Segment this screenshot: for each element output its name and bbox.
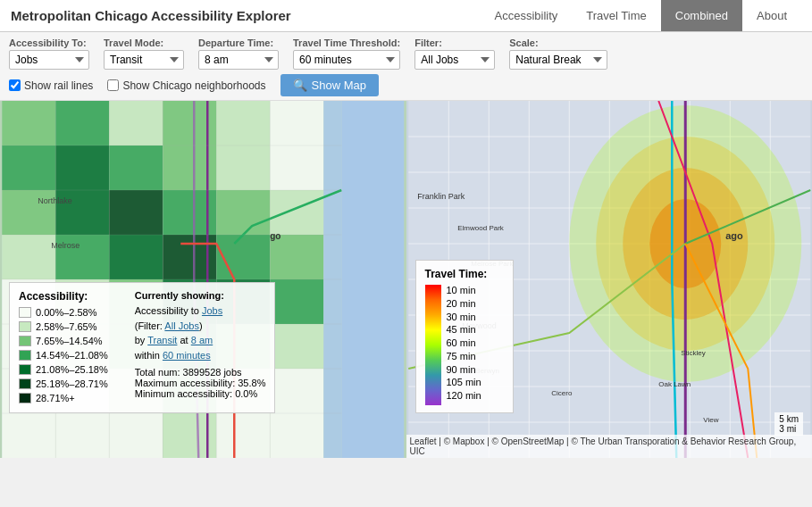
svg-text:ago: ago — [725, 230, 743, 241]
svg-rect-52 — [55, 413, 109, 458]
swatch-3 — [19, 336, 31, 346]
swatch-1 — [19, 307, 31, 318]
legend-row-7: 28.71%+ — [19, 393, 108, 403]
svg-rect-3 — [55, 101, 109, 145]
currently-showing-title: Currently showing: — [135, 290, 266, 301]
legend-range-2: 2.58%–7.65% — [36, 321, 97, 332]
svg-rect-7 — [270, 101, 323, 145]
currently-showing-text: Accessibility to Jobs (Filter: All Jobs)… — [135, 303, 266, 362]
travel-label-60: 60 min — [447, 337, 481, 348]
svg-rect-4 — [109, 101, 163, 145]
travel-time-legend: Travel Time: — [415, 260, 514, 413]
svg-text:Northlake: Northlake — [38, 196, 72, 205]
scale-bar: 5 km 3 mi — [774, 412, 803, 436]
legend-row-6: 25.18%–28.71% — [19, 378, 108, 389]
legend-row-2: 2.58%–7.65% — [19, 321, 108, 332]
svg-rect-11 — [109, 145, 163, 190]
svg-rect-36 — [323, 279, 341, 324]
scale-5km: 5 km — [779, 414, 799, 424]
legend-row-4: 14.54%–21.08% — [19, 350, 108, 361]
filter-select[interactable]: All Jobs Healthcare Retail — [414, 50, 495, 70]
app-title: Metropolitan Chicago Accessibility Explo… — [11, 8, 481, 23]
show-rail-lines-checkbox[interactable] — [9, 79, 21, 91]
svg-rect-27 — [216, 235, 270, 279]
legend-range-7: 28.71%+ — [36, 393, 75, 403]
svg-rect-51 — [2, 413, 55, 458]
svg-rect-42 — [270, 324, 323, 369]
svg-rect-57 — [323, 413, 341, 458]
svg-text:Melrose: Melrose — [51, 241, 80, 250]
stats-panel: Total num: 3899528 jobs Maximum accessib… — [135, 367, 266, 399]
threshold-link[interactable]: 60 minutes — [163, 350, 211, 361]
swatch-6 — [19, 378, 31, 389]
svg-rect-6 — [216, 101, 270, 145]
svg-rect-14 — [270, 145, 323, 190]
svg-rect-53 — [109, 413, 163, 458]
scale-group: Scale: Natural Break Equal Interval Quan… — [509, 37, 607, 70]
filter-group: Filter: All Jobs Healthcare Retail — [414, 37, 495, 70]
legend-row-3: 7.65%–14.54% — [19, 336, 108, 346]
legend-range-1: 0.00%–2.58% — [36, 307, 97, 318]
travel-mode-select[interactable]: Transit Walk Drive — [104, 50, 184, 70]
tab-travel-time[interactable]: Travel Time — [572, 0, 660, 31]
legend-range-3: 7.65%–14.54% — [36, 336, 103, 346]
swatch-4 — [19, 350, 31, 361]
min-acc: Minimum accessibility: 0.0% — [135, 388, 266, 399]
svg-rect-29 — [323, 235, 341, 279]
show-neighborhoods-checkbox[interactable] — [107, 79, 119, 91]
mode-link[interactable]: Transit — [147, 335, 177, 345]
jobs-link[interactable]: Jobs — [202, 305, 222, 316]
svg-rect-10 — [55, 145, 109, 190]
legend-range-6: 25.18%–28.71% — [36, 378, 108, 389]
scale-select[interactable]: Natural Break Equal Interval Quantile — [509, 50, 607, 70]
svg-rect-20 — [216, 190, 270, 235]
map-container: Northlake Melrose Maywood go Accessibili… — [0, 101, 812, 458]
show-map-button[interactable]: 🔍 Show Map — [280, 74, 379, 96]
show-map-label: Show Map — [312, 79, 366, 92]
legend-inner: Accessibility: 0.00%–2.58% 2.58%–7.65% — [19, 290, 265, 405]
legend-swatches: 0.00%–2.58% 2.58%–7.65% 7.65%–14.54% — [19, 307, 108, 405]
svg-rect-49 — [270, 369, 323, 413]
departure-time-label: Departure Time: — [198, 37, 279, 48]
travel-time-threshold-group: Travel Time Threshold: 60 minutes 30 min… — [293, 37, 400, 70]
map-left[interactable]: Northlake Melrose Maywood go Accessibili… — [0, 101, 406, 458]
currently-showing-panel: Currently showing: Accessibility to Jobs… — [135, 290, 266, 405]
travel-labels: 10 min 20 min 30 min 45 min 60 min 75 mi… — [447, 285, 481, 401]
legend-row-1: 0.00%–2.58% — [19, 307, 108, 318]
svg-text:go: go — [270, 231, 280, 241]
svg-rect-9 — [2, 145, 55, 190]
accessibility-to-label: Accessibility To: — [9, 37, 89, 48]
travel-legend-title: Travel Time: — [425, 268, 504, 280]
tab-combined[interactable]: Combined — [661, 0, 742, 31]
departure-time-select[interactable]: 8 am 9 am 5 pm — [198, 50, 279, 70]
tab-about[interactable]: About — [742, 0, 801, 31]
svg-text:Cicero: Cicero — [551, 389, 573, 397]
travel-label-120: 120 min — [447, 390, 481, 401]
travel-legend-content: 10 min 20 min 30 min 45 min 60 min 75 mi… — [425, 285, 504, 405]
travel-label-30: 30 min — [447, 312, 481, 322]
travel-time-threshold-select[interactable]: 60 minutes 30 minutes 90 minutes — [293, 50, 400, 70]
show-rail-lines-label[interactable]: Show rail lines — [9, 79, 93, 92]
legend-left: Accessibility: 0.00%–2.58% 2.58%–7.65% — [19, 290, 108, 405]
svg-text:Franklin Park: Franklin Park — [417, 192, 465, 201]
controls-row: Accessibility To: Jobs Residents Schools… — [9, 37, 803, 70]
svg-rect-15 — [323, 145, 341, 190]
svg-rect-2 — [2, 101, 55, 145]
show-neighborhoods-label[interactable]: Show Chicago neighborhoods — [107, 79, 265, 92]
time-link[interactable]: 8 am — [191, 335, 213, 345]
svg-rect-43 — [323, 324, 341, 369]
max-acc: Maximum accessibility: 35.8% — [135, 378, 266, 388]
svg-rect-25 — [109, 235, 163, 279]
legend-range-5: 21.08%–25.18% — [36, 364, 108, 375]
tab-accessibility[interactable]: Accessibility — [481, 0, 573, 31]
accessibility-to-select[interactable]: Jobs Residents Schools — [9, 50, 89, 70]
travel-gradient-svg — [425, 285, 441, 405]
svg-text:Stickley: Stickley — [681, 349, 706, 357]
travel-mode-group: Travel Mode: Transit Walk Drive — [104, 37, 184, 70]
filter-link[interactable]: All Jobs — [164, 320, 199, 331]
departure-time-group: Departure Time: 8 am 9 am 5 pm — [198, 37, 279, 70]
scale-3mi: 3 mi — [779, 424, 799, 434]
map-right[interactable]: Franklin Park Elmwood Park Melrose Park … — [406, 101, 813, 458]
svg-text:View: View — [703, 416, 718, 424]
accessibility-legend: Accessibility: 0.00%–2.58% 2.58%–7.65% — [9, 282, 275, 413]
